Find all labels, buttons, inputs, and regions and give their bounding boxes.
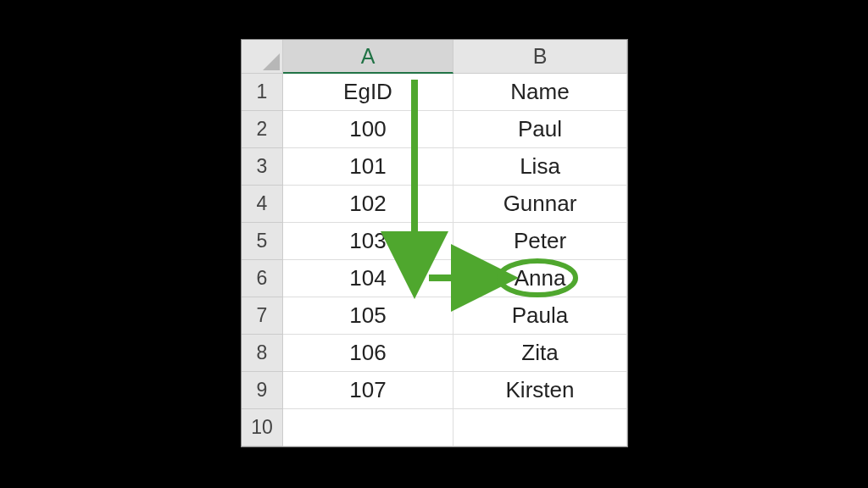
- cell-a2[interactable]: 100: [283, 111, 453, 148]
- row-header-7[interactable]: 7: [242, 297, 283, 335]
- cell-b8[interactable]: Zita: [453, 335, 627, 372]
- cell-b4[interactable]: Gunnar: [453, 186, 627, 223]
- column-header-a[interactable]: A: [283, 40, 453, 74]
- cell-b5[interactable]: Peter: [453, 223, 627, 260]
- cell-b3[interactable]: Lisa: [453, 148, 627, 186]
- select-all-corner[interactable]: [242, 40, 283, 74]
- svg-marker-0: [263, 53, 280, 70]
- cell-a8[interactable]: 106: [283, 335, 453, 372]
- cell-b10[interactable]: [453, 409, 627, 446]
- cell-a4[interactable]: 102: [283, 186, 453, 223]
- row-header-9[interactable]: 9: [242, 372, 283, 409]
- cell-b1[interactable]: Name: [453, 74, 627, 111]
- row-header-8[interactable]: 8: [242, 335, 283, 372]
- cell-a1[interactable]: EgID: [283, 74, 453, 111]
- row-header-5[interactable]: 5: [242, 223, 283, 260]
- cell-a9[interactable]: 107: [283, 372, 453, 409]
- row-header-2[interactable]: 2: [242, 111, 283, 148]
- column-header-b[interactable]: B: [453, 40, 627, 74]
- cell-b7[interactable]: Paula: [453, 297, 627, 335]
- cell-b9[interactable]: Kirsten: [453, 372, 627, 409]
- cell-a3[interactable]: 101: [283, 148, 453, 186]
- cell-a7[interactable]: 105: [283, 297, 453, 335]
- cell-a6[interactable]: 104: [283, 260, 453, 297]
- row-header-3[interactable]: 3: [242, 148, 283, 186]
- cell-b2[interactable]: Paul: [453, 111, 627, 148]
- row-header-10[interactable]: 10: [242, 409, 283, 446]
- row-header-1[interactable]: 1: [242, 74, 283, 111]
- cell-b6[interactable]: Anna: [453, 260, 627, 297]
- row-header-4[interactable]: 4: [242, 186, 283, 223]
- row-header-6[interactable]: 6: [242, 260, 283, 297]
- cell-a10[interactable]: [283, 409, 453, 446]
- cell-a5[interactable]: 103: [283, 223, 453, 260]
- spreadsheet-grid[interactable]: A B 1 EgID Name 2 100 Paul 3 101 Lisa 4 …: [241, 39, 628, 447]
